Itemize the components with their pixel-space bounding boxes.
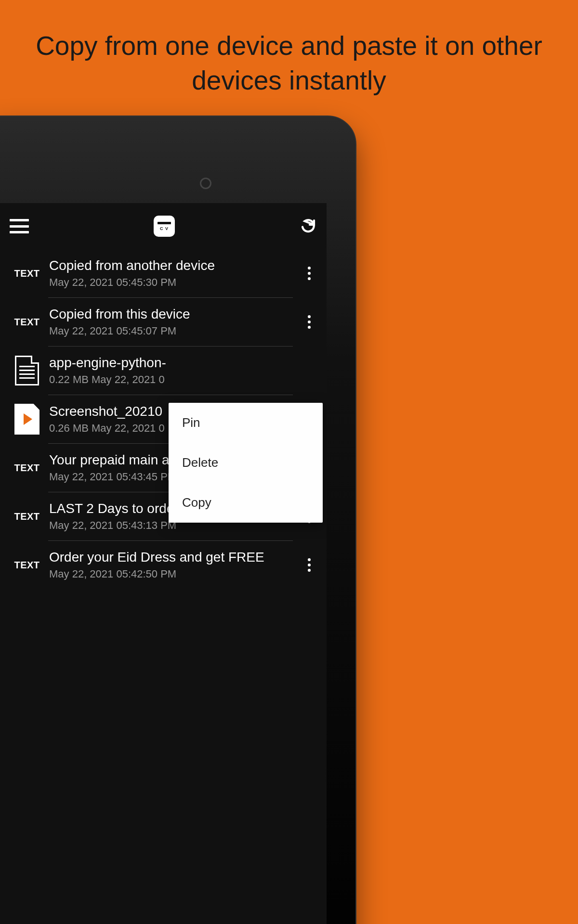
overflow-menu-icon[interactable] [300, 263, 319, 284]
overflow-menu-icon[interactable] [300, 311, 319, 333]
type-badge: TEXT [10, 462, 44, 474]
list-item[interactable]: TEXT Copied from this device May 22, 202… [0, 298, 327, 346]
item-body: Copied from this device May 22, 2021 05:… [44, 307, 300, 337]
list-item[interactable]: TEXT Copied from another device May 22, … [0, 249, 327, 297]
context-menu: Pin Delete Copy [169, 403, 323, 523]
item-body: Order your Eid Dress and get FREE May 22… [44, 550, 300, 580]
list-item[interactable]: app-engine-python- 0.22 MB May 22, 2021 … [0, 346, 327, 395]
type-badge [10, 404, 44, 435]
app-screen: C V TEXT Copied from another device May … [0, 203, 327, 924]
item-body: app-engine-python- 0.22 MB May 22, 2021 … [44, 355, 300, 386]
pin-action[interactable]: Pin [169, 403, 323, 443]
menu-icon[interactable] [10, 219, 29, 233]
copy-action[interactable]: Copy [169, 483, 323, 523]
app-logo-icon: C V [154, 216, 175, 237]
refresh-icon[interactable] [300, 218, 317, 235]
play-icon [24, 413, 32, 425]
promo-headline: Copy from one device and paste it on oth… [0, 0, 578, 117]
type-badge: TEXT [10, 268, 44, 279]
type-badge: TEXT [10, 317, 44, 328]
delete-action[interactable]: Delete [169, 443, 323, 483]
type-badge: TEXT [10, 560, 44, 571]
media-file-icon [14, 404, 39, 435]
item-title: Order your Eid Dress and get FREE [49, 550, 300, 565]
type-badge [10, 356, 44, 385]
device-camera [200, 178, 211, 189]
type-badge: TEXT [10, 511, 44, 522]
item-title: Copied from another device [49, 258, 300, 273]
list-item[interactable]: TEXT Order your Eid Dress and get FREE M… [0, 541, 327, 589]
overflow-menu-icon[interactable] [300, 554, 319, 576]
item-subtitle: 0.22 MB May 22, 2021 0 [49, 373, 300, 386]
item-title: app-engine-python- [49, 355, 300, 371]
app-bar: C V [0, 203, 327, 249]
device-frame: C V TEXT Copied from another device May … [0, 116, 356, 924]
item-subtitle: May 22, 2021 05:42:50 PM [49, 568, 300, 580]
item-subtitle: May 22, 2021 05:45:30 PM [49, 276, 300, 289]
item-body: Copied from another device May 22, 2021 … [44, 258, 300, 289]
item-subtitle: May 22, 2021 05:45:07 PM [49, 325, 300, 337]
document-icon [15, 356, 39, 385]
item-title: Copied from this device [49, 307, 300, 322]
